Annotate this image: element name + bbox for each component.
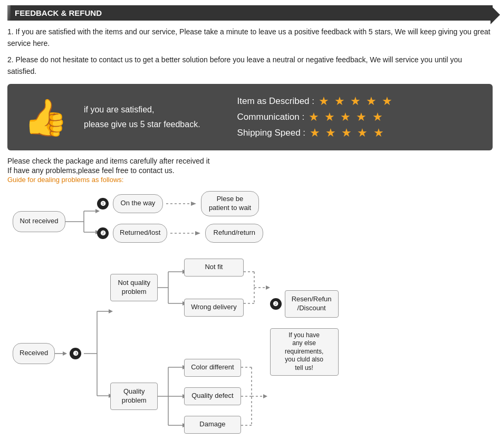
damage-box: Damage — [184, 416, 241, 434]
resen-row: ❷ Resen/Refun /Discount — [270, 290, 339, 318]
bottom-flow-container: Received ❸ — [13, 259, 493, 434]
rating-row-1: Item as Described : ★ ★ ★ ★ ★ — [237, 94, 394, 108]
nq-split-svg — [158, 261, 184, 314]
flow-section: Please check the package and items caref… — [7, 157, 493, 434]
intro-p2: 2. Please do not hesitate to contact us … — [7, 54, 493, 78]
quality-branch: Quality problem — [110, 359, 270, 434]
rating-section: Item as Described : ★ ★ ★ ★ ★ Communicat… — [237, 94, 394, 140]
top-flow-container: Not received — [13, 191, 493, 243]
guide-text: Guide for dealing problems as follows: — [7, 176, 493, 184]
svg-marker-12 — [63, 351, 67, 356]
plese-wait-box: Plese be patient to wait — [201, 191, 259, 216]
thumbsup-icon: 👍 — [23, 99, 68, 135]
rating1-label: Item as Described : — [237, 96, 314, 107]
branch-row-1: ❶ On the way Plese be patient to wait — [97, 191, 263, 216]
on-way-box: On the way — [113, 194, 163, 213]
not-received-box: Not received — [13, 211, 65, 232]
wrong-delivery-box: Wrong delivery — [184, 299, 243, 317]
bottom-flow-diagram: Received ❸ — [13, 259, 493, 434]
received-box: Received — [13, 343, 55, 364]
if-you-have-box: If you have any else requirements, you c… — [270, 328, 339, 376]
rating3-stars: ★ ★ ★ ★ ★ — [310, 126, 384, 140]
rating-row-3: Shipping Speed : ★ ★ ★ ★ ★ — [237, 126, 394, 140]
q-split-svg — [158, 359, 184, 433]
branch-rows: ❶ On the way Plese be patient to wait — [97, 191, 263, 243]
received-group: Received ❸ — [13, 306, 110, 401]
color-diff-box: Color different — [184, 359, 241, 377]
badge-2-bottom: ❷ — [270, 298, 282, 310]
q-right-arrows — [241, 359, 267, 433]
intro-p1: 1. If you are satisfied with the items a… — [7, 26, 493, 50]
badge-3: ❸ — [70, 348, 81, 359]
badge-2-top: ❷ — [97, 227, 109, 239]
header-title: FEEDBACK & REFUND — [15, 8, 102, 17]
rating1-stars: ★ ★ ★ ★ ★ — [319, 94, 393, 108]
resen-box: Resen/Refun /Discount — [285, 290, 339, 318]
nq-items: Not fit Wrong delivery — [184, 259, 243, 317]
quality-box: Quality problem — [110, 383, 158, 410]
svg-marker-30 — [266, 285, 270, 290]
returned-lost-box: Returned/lost — [113, 224, 167, 243]
branch-row-2: ❷ Returned/lost Refund/return — [97, 224, 263, 243]
dashed-arrow-2 — [170, 228, 202, 239]
arrow-to-badge3 — [55, 348, 70, 359]
badge-1: ❶ — [97, 198, 109, 209]
nq-right-arrows — [244, 261, 270, 314]
check-line2: If have any problems,please feel free to… — [7, 166, 493, 175]
quality-branches: Not quality problem Not fit — [110, 259, 270, 434]
rating2-label: Communication : — [237, 112, 305, 122]
top-flow-diagram: Not received — [13, 191, 493, 243]
rating3-label: Shipping Speed : — [237, 128, 306, 138]
not-fit-box: Not fit — [184, 259, 243, 277]
split-arrows — [65, 206, 97, 237]
split-bottom-svg — [81, 306, 110, 401]
not-quality-branch: Not quality problem Not fit — [110, 259, 270, 317]
svg-marker-10 — [195, 231, 200, 235]
banner-left-text: if you are satisfied, please give us 5 s… — [84, 102, 200, 131]
not-quality-box: Not quality problem — [110, 274, 158, 301]
refund-return-box: Refund/return — [205, 224, 263, 243]
not-received-group: Not received — [13, 206, 97, 237]
dashed-arrow-1 — [166, 198, 198, 209]
quality-defect-box: Quality defect — [184, 387, 241, 405]
banner-line2: please give us 5 star feedback. — [84, 117, 200, 131]
rating-row-2: Communication : ★ ★ ★ ★ ★ — [237, 110, 394, 124]
page-header: FEEDBACK & REFUND — [7, 5, 493, 21]
right-outcome: ❷ Resen/Refun /Discount If you have any … — [270, 290, 339, 376]
rating2-stars: ★ ★ ★ ★ ★ — [309, 110, 383, 124]
q-items: Color different Quality defect Damage — [184, 359, 241, 434]
check-line1: Please check the package and items caref… — [7, 157, 493, 165]
banner-line1: if you are satisfied, — [84, 102, 200, 117]
split-svg — [65, 206, 97, 237]
svg-marker-8 — [191, 202, 196, 206]
thumb-icon: 👍 — [23, 99, 68, 135]
svg-marker-44 — [263, 394, 267, 398]
feedback-banner: 👍 if you are satisfied, please give us 5… — [7, 84, 493, 150]
